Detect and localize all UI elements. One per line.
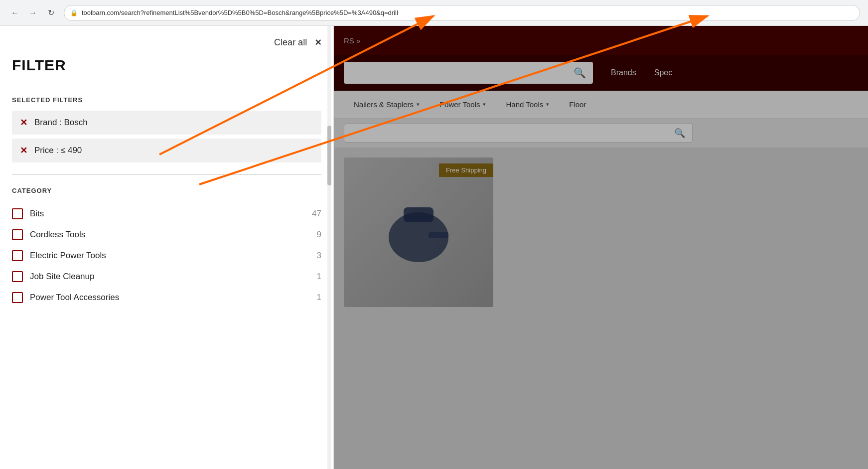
category-section-label: CATEGORY (12, 187, 321, 194)
svg-rect-1 (404, 207, 434, 222)
floor-nav[interactable]: Floor (559, 91, 596, 118)
url-text: toolbarn.com/search?refinementList%5Bven… (82, 9, 854, 16)
power-tools-label: Power Tools (439, 100, 480, 109)
selected-filters-label: SELECTED FILTERS (12, 96, 321, 104)
hand-tools-label: Hand Tools (506, 100, 543, 109)
top-nav: RS » (334, 26, 868, 55)
browser-chrome: ← → ↻ 🔒 toolbarn.com/search?refinementLi… (0, 0, 868, 26)
power-tool-accessories-count: 1 (317, 293, 321, 303)
power-tools-chevron-icon: ▾ (483, 101, 486, 108)
nav-buttons: ← → ↻ (8, 6, 58, 20)
nailers-chevron-icon: ▾ (417, 101, 420, 108)
search-input-area[interactable]: 🔍 (344, 62, 593, 84)
filter-title: FILTER (0, 57, 333, 84)
brand-filter-tag: ✕ Brand : Bosch (12, 111, 321, 135)
selected-filters-section: SELECTED FILTERS ✕ Brand : Bosch ✕ Price… (0, 96, 333, 162)
category-power-tool-accessories[interactable]: Power Tool Accessories 1 (12, 287, 321, 308)
bits-count: 47 (312, 209, 321, 219)
search-icon: 🔍 (574, 67, 586, 79)
close-filter-button[interactable]: × (315, 36, 321, 49)
category-electric-power-tools[interactable]: Electric Power Tools 3 (12, 245, 321, 266)
filter-header: Clear all × (0, 26, 333, 57)
nailers-staplers-nav[interactable]: Nailers & Staplers ▾ (344, 91, 430, 118)
breadcrumb: RS » (344, 36, 360, 45)
main-area: Clear all × FILTER SELECTED FILTERS ✕ Br… (0, 26, 868, 469)
scrollbar-thumb[interactable] (327, 126, 331, 185)
spec-nav-link[interactable]: Spec (654, 68, 672, 77)
cordless-tools-count: 9 (317, 230, 321, 240)
bits-checkbox[interactable] (12, 208, 23, 219)
brands-nav-link[interactable]: Brands (611, 68, 636, 77)
back-button[interactable]: ← (8, 6, 22, 20)
svg-rect-2 (429, 232, 448, 238)
power-tools-nav[interactable]: Power Tools ▾ (430, 91, 496, 118)
refresh-button[interactable]: ↻ (44, 6, 58, 20)
electric-power-tools-checkbox[interactable] (12, 250, 23, 261)
brand-filter-text: Brand : Bosch (34, 118, 88, 128)
free-shipping-badge: Free Shipping (439, 163, 493, 177)
filter-divider (12, 84, 321, 84)
job-site-cleanup-label: Job Site Cleanup (30, 272, 310, 282)
price-filter-text: Price : ≤ 490 (34, 146, 82, 156)
price-filter-tag: ✕ Price : ≤ 490 (12, 139, 321, 162)
search-bar: 🔍 Brands Spec (334, 55, 868, 91)
bits-label: Bits (30, 209, 305, 219)
floor-label: Floor (569, 100, 586, 109)
cordless-tools-label: Cordless Tools (30, 230, 310, 240)
scrollbar[interactable] (327, 26, 331, 469)
website-panel: RS » 🔍 Brands Spec Nailers & Staplers ▾ … (334, 26, 868, 469)
electric-power-tools-label: Electric Power Tools (30, 251, 310, 261)
address-bar[interactable]: 🔒 toolbarn.com/search?refinementList%5Bv… (64, 5, 860, 21)
filter-search-icon: 🔍 (674, 128, 685, 139)
category-nav: Nailers & Staplers ▾ Power Tools ▾ Hand … (334, 91, 868, 119)
product-area: Free Shipping (334, 148, 868, 469)
forward-button[interactable]: → (26, 6, 40, 20)
category-job-site-cleanup[interactable]: Job Site Cleanup 1 (12, 266, 321, 287)
filter-bar: 🔍 (334, 119, 868, 148)
product-image-1 (344, 157, 493, 307)
remove-brand-filter-button[interactable]: ✕ (20, 118, 27, 127)
clear-all-button[interactable]: Clear all (274, 37, 307, 48)
filter-divider-2 (12, 174, 321, 175)
product-card-1[interactable]: Free Shipping (344, 157, 493, 307)
category-cordless-tools[interactable]: Cordless Tools 9 (12, 224, 321, 245)
nailers-staplers-label: Nailers & Staplers (354, 100, 414, 109)
category-section: CATEGORY Bits 47 Cordless Tools 9 Electr… (0, 187, 333, 308)
cordless-tools-checkbox[interactable] (12, 229, 23, 240)
job-site-cleanup-count: 1 (317, 272, 321, 282)
electric-power-tools-count: 3 (317, 251, 321, 261)
power-tool-accessories-checkbox[interactable] (12, 292, 23, 303)
hand-tools-chevron-icon: ▾ (546, 101, 549, 108)
remove-price-filter-button[interactable]: ✕ (20, 146, 27, 155)
filter-panel: Clear all × FILTER SELECTED FILTERS ✕ Br… (0, 26, 334, 469)
lock-icon: 🔒 (70, 9, 78, 16)
category-bits[interactable]: Bits 47 (12, 203, 321, 224)
power-tool-accessories-label: Power Tool Accessories (30, 293, 310, 303)
job-site-cleanup-checkbox[interactable] (12, 271, 23, 282)
filter-search-bar[interactable]: 🔍 (344, 124, 693, 143)
hand-tools-nav[interactable]: Hand Tools ▾ (496, 91, 559, 118)
